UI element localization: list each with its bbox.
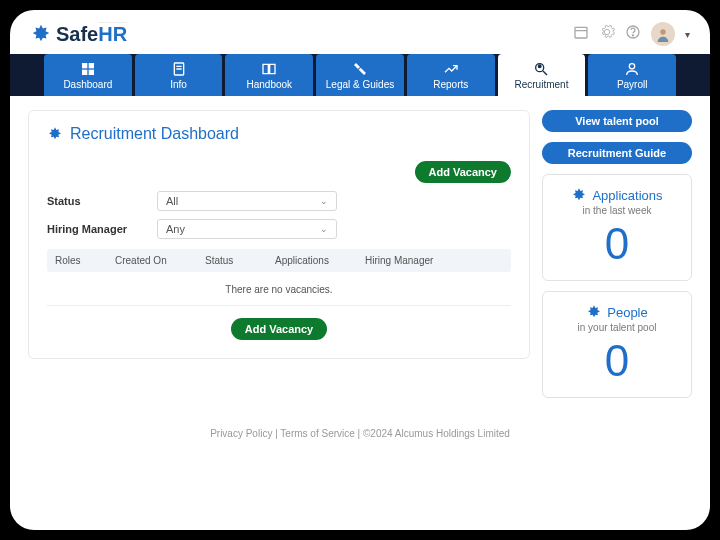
add-vacancy-button-bottom[interactable]: Add Vacancy — [231, 318, 327, 340]
col-created: Created On — [115, 255, 205, 266]
logo[interactable]: SafeHR — [30, 23, 127, 46]
flower-icon — [586, 304, 602, 320]
logo-text: SafeHR — [56, 23, 127, 46]
flower-icon — [571, 187, 587, 203]
svg-rect-7 — [82, 70, 87, 75]
tab-label: Reports — [433, 79, 468, 90]
card-title-text: People — [607, 305, 647, 320]
card-title-text: Applications — [592, 188, 662, 203]
chevron-down-icon: ⌄ — [320, 224, 328, 234]
status-select[interactable]: All⌄ — [157, 191, 337, 211]
page-title: Recruitment Dashboard — [47, 125, 511, 143]
svg-point-4 — [660, 29, 665, 34]
svg-rect-8 — [89, 70, 94, 75]
col-manager: Hiring Manager — [365, 255, 475, 266]
people-card-title: People — [553, 304, 681, 320]
logo-icon — [30, 23, 52, 45]
gear-icon[interactable] — [599, 24, 615, 44]
tab-label: Dashboard — [63, 79, 112, 90]
svg-point-15 — [630, 64, 635, 69]
tab-label: Legal & Guides — [326, 79, 394, 90]
tab-label: Info — [170, 79, 187, 90]
svg-point-14 — [539, 65, 542, 68]
calendar-icon[interactable] — [573, 24, 589, 44]
applications-card-title: Applications — [553, 187, 681, 203]
manager-label: Hiring Manager — [47, 223, 157, 235]
flower-icon — [47, 126, 63, 142]
help-icon[interactable] — [625, 24, 641, 44]
status-value: All — [166, 195, 178, 207]
table-header: Roles Created On Status Applications Hir… — [47, 249, 511, 272]
tab-recruitment[interactable]: Recruitment — [498, 54, 586, 96]
tab-payroll[interactable]: Payroll — [588, 54, 676, 96]
applications-card-sub: in the last week — [553, 205, 681, 216]
status-label: Status — [47, 195, 157, 207]
recruitment-guide-button[interactable]: Recruitment Guide — [542, 142, 692, 164]
applications-card-value: 0 — [553, 222, 681, 266]
empty-message: There are no vacancies. — [47, 272, 511, 305]
footer: Privacy Policy | Terms of Service | ©202… — [10, 408, 710, 439]
people-card-sub: in your talent pool — [553, 322, 681, 333]
page-title-text: Recruitment Dashboard — [70, 125, 239, 143]
add-vacancy-row-bottom: Add Vacancy — [47, 318, 511, 340]
manager-value: Any — [166, 223, 185, 235]
col-status: Status — [205, 255, 275, 266]
tab-label: Payroll — [617, 79, 648, 90]
add-vacancy-button-top[interactable]: Add Vacancy — [415, 161, 511, 183]
tab-reports[interactable]: Reports — [407, 54, 495, 96]
svg-rect-0 — [575, 27, 587, 38]
svg-rect-5 — [82, 63, 87, 68]
avatar[interactable] — [651, 22, 675, 46]
applications-card: Applications in the last week 0 — [542, 174, 692, 281]
content: Recruitment Dashboard Add Vacancy Status… — [10, 96, 710, 408]
col-roles: Roles — [55, 255, 115, 266]
topbar: SafeHR ▾ — [10, 10, 710, 54]
footer-text[interactable]: Privacy Policy | Terms of Service | ©202… — [210, 428, 510, 439]
tab-label: Handbook — [247, 79, 293, 90]
main-panel: Recruitment Dashboard Add Vacancy Status… — [28, 110, 530, 359]
navbar: Dashboard Info Handbook Legal & Guides R… — [10, 54, 710, 96]
add-vacancy-row-top: Add Vacancy — [47, 161, 511, 183]
chevron-down-icon[interactable]: ▾ — [685, 29, 690, 40]
people-card-value: 0 — [553, 339, 681, 383]
filters: Status All⌄ Hiring Manager Any⌄ — [47, 191, 511, 239]
svg-line-13 — [543, 71, 547, 75]
view-talent-pool-button[interactable]: View talent pool — [542, 110, 692, 132]
col-applications: Applications — [275, 255, 365, 266]
divider — [47, 305, 511, 306]
svg-rect-6 — [89, 63, 94, 68]
tab-dashboard[interactable]: Dashboard — [44, 54, 132, 96]
tab-label: Recruitment — [515, 79, 569, 90]
app-frame: SafeHR ▾ Dashboard Info Handbook Legal &… — [10, 10, 710, 530]
svg-point-3 — [632, 35, 633, 36]
manager-select[interactable]: Any⌄ — [157, 219, 337, 239]
top-icons: ▾ — [573, 22, 690, 46]
chevron-down-icon: ⌄ — [320, 196, 328, 206]
tab-handbook[interactable]: Handbook — [225, 54, 313, 96]
sidebar: View talent pool Recruitment Guide Appli… — [542, 110, 692, 398]
tab-info[interactable]: Info — [135, 54, 223, 96]
tab-legal[interactable]: Legal & Guides — [316, 54, 404, 96]
people-card: People in your talent pool 0 — [542, 291, 692, 398]
